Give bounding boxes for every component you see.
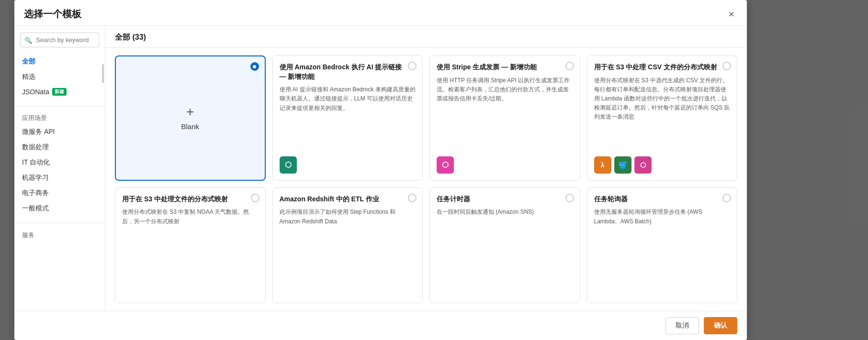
sidebar-item-general[interactable]: 一般模式 xyxy=(14,201,105,216)
radio-s3noaa[interactable] xyxy=(251,194,259,202)
close-button[interactable]: × xyxy=(725,8,737,21)
card-desc-s3csv: 使用分布式映射在 S3 中选代生成的 CSV 文件的行。每行都有订单和配送信息。… xyxy=(594,76,731,152)
card-title-task-timer: 任务计时器 xyxy=(437,195,573,204)
sidebar-item-ml-label: 机器学习 xyxy=(22,174,49,182)
sidebar-item-it-auto[interactable]: IT 自动化 xyxy=(14,155,105,170)
sidebar-item-ecommerce-label: 电子商务 xyxy=(22,189,49,197)
template-card-task-timer[interactable]: 任务计时器 在一段时间后触发通知 (Amazon SNS) xyxy=(429,187,580,303)
sidebar-divider-2 xyxy=(14,223,105,223)
sidebar-item-microservice[interactable]: 微服务 API xyxy=(14,124,105,140)
card-desc-redshift: 此示例项目演示了如何使用 Step Functions 和 Amazon Red… xyxy=(280,208,416,296)
template-card-s3csv[interactable]: 用于在 S3 中处理 CSV 文件的分布式映射 使用分布式映射在 S3 中选代生… xyxy=(587,55,738,181)
modal-overlay: 选择一个模板 × 🔍 全部 精选 JSONata xyxy=(0,0,868,340)
sidebar-item-ecommerce[interactable]: 电子商务 xyxy=(14,186,105,201)
stripe-icon: ⬡ xyxy=(437,156,454,174)
blank-label: Blank xyxy=(181,122,199,131)
bedrock-icon: ⬡ xyxy=(280,156,297,174)
radio-task-poller[interactable] xyxy=(722,194,731,202)
radio-bedrock[interactable] xyxy=(408,62,417,70)
card-icons-stripe: ⬡ xyxy=(437,156,573,174)
card-title-redshift: Amazon Redshift 中的 ETL 作业 xyxy=(280,195,416,204)
sidebar-section-scenarios: 应用场景 微服务 API 数据处理 IT 自动化 机器学习 电子商务 xyxy=(14,110,105,219)
sidebar-item-jsonata-label: JSONata xyxy=(22,88,49,96)
card-title-stripe: 使用 Stripe 生成发票 — 新增功能 xyxy=(437,63,573,72)
sidebar-item-all[interactable]: 全部 xyxy=(14,54,105,69)
sidebar-section-services-title: 服务 xyxy=(14,227,105,241)
sidebar-item-data-processing-label: 数据处理 xyxy=(22,143,49,152)
search-box: 🔍 xyxy=(20,33,99,47)
sidebar-item-microservice-label: 微服务 API xyxy=(22,128,55,136)
confirm-button[interactable]: 确认 xyxy=(704,317,737,334)
sidebar-item-all-label: 全部 xyxy=(22,57,35,66)
card-title-task-poller: 任务轮询器 xyxy=(594,195,731,204)
sidebar-section-scenarios-title: 应用场景 xyxy=(14,110,105,124)
sidebar-item-jsonata[interactable]: JSONata 新建 xyxy=(14,85,105,99)
sidebar-item-ml[interactable]: 机器学习 xyxy=(14,170,105,186)
blank-plus-icon: + xyxy=(186,105,194,119)
sidebar-divider-1 xyxy=(14,106,105,106)
card-title-bedrock: 使用 Amazon Bedrock 执行 AI 提示链接 — 新增功能 xyxy=(280,63,416,81)
card-desc-task-poller: 使用无服务器轮询循环管理异步任务 (AWS Lambda、AWS Batch) xyxy=(594,208,731,296)
modal-title: 选择一个模板 xyxy=(24,8,81,21)
template-card-task-poller[interactable]: 任务轮询器 使用无服务器轮询循环管理异步任务 (AWS Lambda、AWS B… xyxy=(587,187,738,303)
radio-s3csv[interactable] xyxy=(722,62,731,70)
template-card-s3noaa[interactable]: 用于在 S3 中处理文件的分布式映射 使用分布式映射在 S3 中复制 NOAA … xyxy=(115,187,266,303)
sqs-icon: ⬡ xyxy=(634,156,652,174)
radio-blank[interactable] xyxy=(250,62,259,71)
cancel-button[interactable]: 取消 xyxy=(665,317,699,334)
card-desc-s3noaa: 使用分布式映射在 S3 中复制 NOAA 天气数据。然后，另一个分布式映射 xyxy=(122,208,259,296)
card-title-s3csv: 用于在 S3 中处理 CSV 文件的分布式映射 xyxy=(594,63,731,72)
modal-header: 选择一个模板 × xyxy=(14,0,747,26)
template-card-redshift[interactable]: Amazon Redshift 中的 ETL 作业 此示例项目演示了如何使用 S… xyxy=(272,187,423,303)
modal-body: 🔍 全部 精选 JSONata 新建 xyxy=(14,26,747,311)
card-desc-bedrock: 使用 AI 提示链接和 Amazon Bedrock 来构建高质量的聊天机器人。… xyxy=(280,85,416,152)
card-desc-task-timer: 在一段时间后触发通知 (Amazon SNS) xyxy=(437,208,573,296)
content-section-title: 全部 (33) xyxy=(115,33,146,41)
main-content: 全部 (33) + Blank 使用 Amazon Bedrock xyxy=(105,26,747,311)
template-card-blank[interactable]: + Blank xyxy=(115,55,266,181)
radio-stripe[interactable] xyxy=(565,62,574,70)
lambda-icon: λ xyxy=(594,156,611,174)
sidebar-section-main: 全部 精选 JSONata 新建 xyxy=(14,54,105,102)
sidebar-scrollbar[interactable] xyxy=(102,64,104,83)
radio-redshift[interactable] xyxy=(408,194,417,202)
search-icon: 🔍 xyxy=(24,36,32,44)
card-desc-stripe: 使用 HTTP 任务调用 Stripe API 以执行生成发票工作流。检索客户列… xyxy=(437,76,573,152)
sidebar: 🔍 全部 精选 JSONata 新建 xyxy=(14,26,105,311)
templates-grid: + Blank 使用 Amazon Bedrock 执行 AI 提示链接 — 新… xyxy=(105,48,747,311)
template-card-stripe[interactable]: 使用 Stripe 生成发票 — 新增功能 使用 HTTP 任务调用 Strip… xyxy=(429,55,580,181)
s3-icon: 🪣 xyxy=(614,156,631,174)
sidebar-item-general-label: 一般模式 xyxy=(22,204,49,213)
radio-task-timer[interactable] xyxy=(565,194,574,202)
card-title-s3noaa: 用于在 S3 中处理文件的分布式映射 xyxy=(122,195,259,204)
sidebar-item-featured[interactable]: 精选 xyxy=(14,69,105,85)
template-card-bedrock[interactable]: 使用 Amazon Bedrock 执行 AI 提示链接 — 新增功能 使用 A… xyxy=(272,55,423,181)
blank-card-inner: + Blank xyxy=(123,63,258,173)
card-icons-bedrock: ⬡ xyxy=(280,156,416,174)
sidebar-item-data-processing[interactable]: 数据处理 xyxy=(14,140,105,155)
modal-footer: 取消 确认 xyxy=(14,311,747,340)
sidebar-section-services: 服务 xyxy=(14,227,105,244)
card-icons-s3csv: λ 🪣 ⬡ xyxy=(594,156,731,174)
modal: 选择一个模板 × 🔍 全部 精选 JSONata xyxy=(14,0,747,340)
jsonata-badge: 新建 xyxy=(52,88,67,96)
sidebar-item-it-auto-label: IT 自动化 xyxy=(22,158,50,167)
content-header: 全部 (33) xyxy=(105,26,747,48)
sidebar-item-featured-label: 精选 xyxy=(22,73,35,81)
